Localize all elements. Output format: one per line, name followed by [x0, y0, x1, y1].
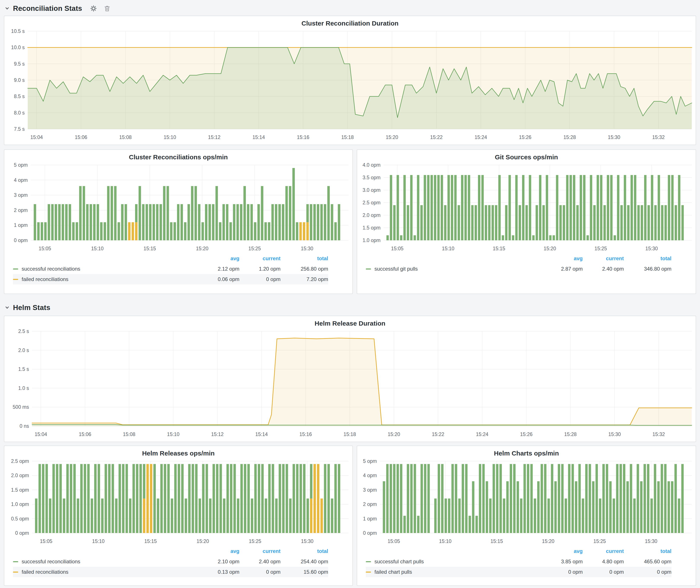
legend-sort-avg[interactable]: avg — [199, 254, 239, 264]
svg-text:15:26: 15:26 — [520, 431, 533, 437]
panel-git-sources-ops: Git Sources ops/min 15:0515:1015:1515:20… — [357, 149, 696, 294]
svg-text:0 opm: 0 opm — [15, 530, 29, 536]
legend-total: 254.40 opm — [281, 556, 328, 567]
legend-current: 2.40 opm — [583, 264, 624, 274]
chevron-down-icon[interactable] — [4, 305, 10, 310]
svg-text:15:08: 15:08 — [123, 431, 135, 437]
series-dash-icon — [366, 572, 371, 573]
legend-label[interactable]: successful git pulls — [366, 266, 543, 272]
legend-header-row: avg current total — [13, 547, 328, 556]
svg-text:1.5 opm: 1.5 opm — [363, 225, 381, 231]
svg-text:15:24: 15:24 — [474, 134, 487, 140]
chevron-down-icon[interactable] — [4, 6, 10, 11]
svg-text:15:26: 15:26 — [519, 134, 532, 140]
panel-title[interactable]: Helm Releases ops/min — [4, 446, 352, 458]
series-dash-icon — [13, 561, 18, 562]
legend-total: 465.60 opm — [624, 556, 671, 567]
svg-text:7.5 s: 7.5 s — [14, 126, 25, 132]
legend-current: 0 opm — [239, 274, 281, 284]
legend-label[interactable]: successful reconciliations — [13, 266, 199, 272]
svg-text:3 opm: 3 opm — [14, 192, 28, 198]
legend-sort-current[interactable]: current — [583, 547, 624, 556]
svg-text:15:20: 15:20 — [542, 538, 555, 544]
svg-text:2.0 s: 2.0 s — [18, 347, 29, 353]
svg-text:15:30: 15:30 — [645, 538, 657, 544]
section-header-reconciliation-stats[interactable]: Reconciliation Stats — [4, 3, 696, 13]
legend-label[interactable]: failed reconciliations — [13, 569, 199, 575]
trash-icon[interactable] — [104, 5, 111, 12]
svg-text:8.0 s: 8.0 s — [14, 110, 25, 116]
legend-sort-total[interactable]: total — [624, 254, 671, 264]
series-dash-icon — [366, 268, 371, 270]
section-title[interactable]: Helm Stats — [13, 304, 50, 312]
legend-sort-total[interactable]: total — [281, 547, 328, 556]
svg-text:15:06: 15:06 — [75, 134, 87, 140]
svg-text:15:30: 15:30 — [301, 538, 314, 544]
svg-text:15:10: 15:10 — [439, 538, 452, 544]
legend-current: 2.40 opm — [239, 556, 281, 567]
legend-current: 0 opm — [583, 567, 624, 577]
legend-sort-avg[interactable]: avg — [199, 547, 239, 556]
legend-label[interactable]: successful reconciliations — [13, 559, 199, 565]
svg-text:15:32: 15:32 — [652, 431, 665, 437]
svg-text:15:28: 15:28 — [564, 431, 577, 437]
helm-release-duration-chart[interactable]: 15:0415:0615:0815:1015:1215:1415:1615:18… — [4, 328, 696, 439]
legend-sort-current[interactable]: current — [239, 547, 281, 556]
svg-text:4.0 opm: 4.0 opm — [363, 162, 381, 168]
panel-title[interactable]: Helm Charts ops/min — [357, 446, 696, 458]
svg-text:1.5 opm: 1.5 opm — [11, 487, 29, 493]
legend-sort-current[interactable]: current — [239, 254, 281, 264]
legend: avg current total successful reconciliat… — [13, 254, 328, 284]
svg-text:500 ms: 500 ms — [13, 404, 29, 410]
svg-text:15:32: 15:32 — [652, 134, 665, 140]
svg-text:15:25: 15:25 — [594, 538, 606, 544]
legend-avg: 0.13 opm — [199, 567, 239, 577]
svg-text:8.5 s: 8.5 s — [14, 94, 25, 99]
legend-sort-avg[interactable]: avg — [543, 254, 583, 264]
legend-avg: 2.12 opm — [199, 264, 239, 274]
legend-sort-total[interactable]: total — [624, 547, 671, 556]
legend-header-row: avg current total — [13, 254, 328, 264]
cluster-reconciliations-ops-chart[interactable]: 15:0515:1015:1515:2015:2515:300 opm1 opm… — [4, 162, 352, 254]
panel-title[interactable]: Git Sources ops/min — [357, 150, 696, 162]
legend-sort-current[interactable]: current — [583, 254, 624, 264]
svg-text:3.5 opm: 3.5 opm — [363, 175, 381, 180]
svg-text:2.5 opm: 2.5 opm — [11, 458, 29, 464]
svg-text:15:10: 15:10 — [91, 246, 104, 251]
legend-avg: 0.06 opm — [199, 274, 239, 284]
git-sources-ops-chart[interactable]: 15:0515:1015:1515:2015:2515:301.0 opm1.5… — [357, 162, 696, 254]
legend-label[interactable]: successful chart pulls — [366, 559, 543, 565]
legend-current: 1.20 opm — [239, 264, 281, 274]
section-title[interactable]: Reconciliation Stats — [13, 4, 82, 13]
svg-text:15:18: 15:18 — [341, 134, 354, 140]
panel-title[interactable]: Cluster Reconciliation Duration — [4, 16, 696, 28]
svg-text:15:10: 15:10 — [164, 134, 176, 140]
panel-cluster-reconciliations-ops: Cluster Reconciliations ops/min 15:0515:… — [4, 149, 353, 294]
legend-label[interactable]: failed chart pulls — [366, 569, 543, 575]
legend-sort-avg[interactable]: avg — [543, 547, 583, 556]
svg-text:15:22: 15:22 — [430, 134, 443, 140]
cluster-reconciliation-duration-chart[interactable]: 15:0415:0615:0815:1015:1215:1415:1615:18… — [4, 28, 696, 142]
helm-charts-ops-chart[interactable]: 15:0515:1015:1515:2015:2515:300 opm1 opm… — [357, 458, 696, 546]
gear-icon[interactable] — [90, 5, 97, 12]
svg-text:1.0 s: 1.0 s — [18, 385, 29, 391]
section-header-helm-stats[interactable]: Helm Stats — [4, 303, 696, 313]
series-dash-icon — [13, 268, 18, 270]
legend-sort-total[interactable]: total — [281, 254, 328, 264]
helm-releases-ops-chart[interactable]: 15:0515:1015:1515:2015:2515:300 opm0.5 o… — [4, 458, 352, 546]
svg-text:15:15: 15:15 — [144, 246, 156, 251]
panel-title[interactable]: Helm Release Duration — [4, 316, 696, 328]
svg-text:4 opm: 4 opm — [363, 473, 377, 478]
panel-title[interactable]: Cluster Reconciliations ops/min — [4, 150, 352, 162]
series-dash-icon — [366, 561, 371, 562]
svg-text:15:28: 15:28 — [563, 134, 576, 140]
svg-text:15:25: 15:25 — [595, 246, 607, 251]
svg-text:15:06: 15:06 — [79, 431, 91, 437]
series-dash-icon — [13, 572, 18, 573]
legend-total: 346.80 opm — [624, 264, 671, 274]
legend-row: successful reconciliations 2.12 opm 1.20… — [13, 264, 328, 274]
svg-text:15:04: 15:04 — [35, 431, 47, 437]
legend-label[interactable]: failed reconciliations — [13, 276, 199, 282]
svg-text:15:14: 15:14 — [252, 134, 265, 140]
svg-text:2.0 opm: 2.0 opm — [363, 212, 381, 218]
